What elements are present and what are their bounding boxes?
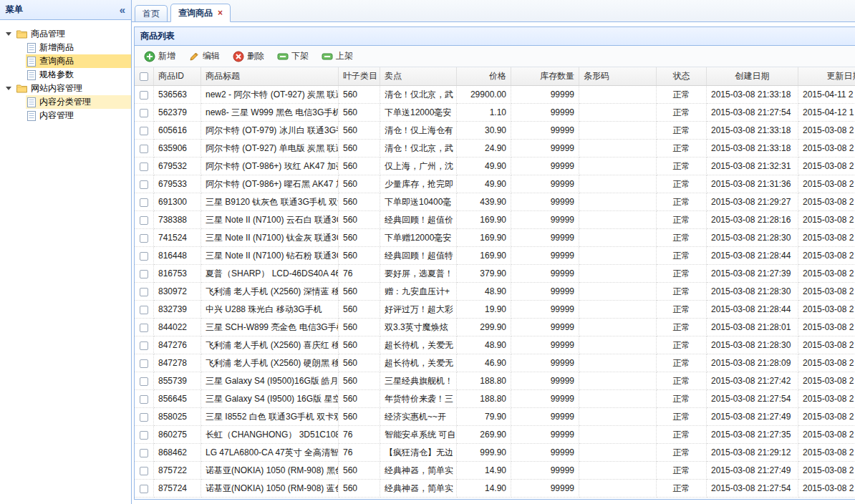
row-checkbox[interactable]	[140, 467, 148, 475]
cell-leaf: 76	[339, 426, 380, 444]
table-row[interactable]: 868462LG 47LA6800-CA 47英寸 全高清智能76【疯狂清仓】无…	[135, 444, 855, 462]
cell-sell: 超长待机，关爱无	[380, 336, 457, 354]
row-checkbox[interactable]	[140, 485, 148, 493]
cell-sell: 赠：九安血压计+	[380, 283, 457, 301]
cell-sell: 好评过万！超大彩	[380, 301, 457, 319]
tab-home[interactable]: 首页	[135, 5, 168, 21]
tab-close-icon[interactable]: ×	[218, 9, 223, 17]
table-row[interactable]: 860275长虹（CHANGHONG） 3D51C108i76智能安卓系统 可自…	[135, 426, 855, 444]
table-row[interactable]: 605616阿尔卡特 (OT-979) 冰川白 联通3G手560清仓！仅上海仓有…	[135, 122, 855, 140]
row-checkbox[interactable]	[140, 270, 148, 278]
table-row[interactable]: 635906阿尔卡特 (OT-927) 单电版 炭黑 联通560清仓！仅北京，武…	[135, 140, 855, 158]
column-header-stock[interactable]: 库存数量	[511, 67, 579, 86]
table-row[interactable]: 832739中兴 U288 珠光白 移动3G手机560好评过万！超大彩19.90…	[135, 301, 855, 319]
row-checkbox[interactable]	[140, 91, 148, 100]
table-row[interactable]: 816753夏普（SHARP） LCD-46DS40A 46英76要好屏，选夏普…	[135, 265, 855, 283]
tree-node-site-content-mgmt[interactable]: 网站内容管理	[0, 82, 131, 95]
table-row[interactable]: 858025三星 I8552 白色 联通3G手机 双卡双560经济实惠机~~开7…	[135, 408, 855, 426]
table-row[interactable]: 679533阿尔卡特 (OT-986+) 曜石黑 AK47 加560少量库存，抢…	[135, 175, 855, 193]
table-row[interactable]: 844022三星 SCH-W899 亮金色 电信3G手机560双3.3英寸魔焕炫…	[135, 319, 855, 336]
column-header-price[interactable]: 价格	[457, 67, 511, 86]
cell-price: 999.90	[457, 444, 511, 462]
row-checkbox[interactable]	[140, 341, 148, 350]
row-checkbox[interactable]	[140, 216, 148, 225]
row-checkbox[interactable]	[140, 449, 148, 457]
column-header-status[interactable]: 状态	[657, 67, 707, 86]
cell-sell: 经典神器，简单实	[380, 462, 457, 480]
row-checkbox[interactable]	[140, 198, 148, 207]
tab-query-product[interactable]: 查询商品 ×	[170, 4, 231, 22]
table-row[interactable]: 855739三星 Galaxy S4 (I9500)16G版 皓月白560三星经…	[135, 372, 855, 390]
tree-expand-icon[interactable]	[6, 32, 11, 36]
row-checkbox[interactable]	[140, 413, 148, 422]
row-checkbox[interactable]	[140, 306, 148, 314]
column-header-created[interactable]: 创建日期	[707, 67, 798, 86]
add-button[interactable]: 新增	[139, 49, 180, 64]
table-row[interactable]: 847276飞利浦 老人手机 (X2560) 喜庆红 移560超长待机，关爱无4…	[135, 336, 855, 354]
tree-node-spec-params[interactable]: 规格参数	[0, 68, 131, 82]
cell-status: 正常	[657, 175, 707, 193]
tree-node-query-product[interactable]: 查询商品	[0, 54, 131, 68]
row-checkbox[interactable]	[140, 180, 148, 189]
row-checkbox[interactable]	[140, 431, 148, 440]
table-row[interactable]: 847278飞利浦 老人手机 (X2560) 硬朗黑 移560超长待机，关爱无4…	[135, 354, 855, 372]
table-row[interactable]: 562379new8- 三星 W999 黑色 电信3G手机560下单送12000…	[135, 104, 855, 122]
table-row[interactable]: 691300三星 B9120 钛灰色 联通3G手机 双卡560下单即送10400…	[135, 193, 855, 211]
row-checkbox[interactable]	[140, 145, 148, 153]
cell-id: 875722	[154, 462, 201, 480]
tree-node-new-product[interactable]: 新增商品	[0, 41, 131, 54]
table-row[interactable]: 738388三星 Note II (N7100) 云石白 联通3G560经典回顾…	[135, 211, 855, 229]
tree-node-product-mgmt[interactable]: 商品管理	[0, 27, 131, 41]
cell-stock: 99999	[511, 301, 579, 319]
cell-stock: 99999	[511, 193, 579, 211]
cell-leaf: 560	[339, 283, 380, 301]
put-online-button[interactable]: 上架	[317, 49, 358, 64]
cell-id: 691300	[154, 193, 201, 211]
table-row[interactable]: 856645三星 Galaxy S4 (I9500) 16G版 星空黑560年货…	[135, 390, 855, 408]
cell-barcode	[579, 122, 657, 140]
table-row[interactable]: 679532阿尔卡特 (OT-986+) 玫红 AK47 加强560仅上海，广州…	[135, 158, 855, 175]
select-all-header[interactable]	[135, 67, 154, 86]
cell-created: 2015-03-08 21:31:36	[707, 175, 798, 193]
table-row[interactable]: 830972飞利浦 老人手机 (X2560) 深情蓝 移560赠：九安血压计+4…	[135, 283, 855, 301]
row-checkbox[interactable]	[140, 288, 148, 296]
tree-expand-icon[interactable]	[6, 87, 11, 90]
table-row[interactable]: 741524三星 Note II (N7100) 钛金灰 联通3G560下单赠1…	[135, 229, 855, 247]
take-offline-button[interactable]: 下架	[272, 49, 314, 64]
tree-node-label: 规格参数	[39, 69, 74, 81]
collapse-sidebar-icon[interactable]: «	[120, 4, 125, 15]
column-header-updated[interactable]: 更新日期	[798, 67, 855, 86]
edit-button[interactable]: 编辑	[183, 49, 225, 64]
column-header-id[interactable]: 商品ID	[154, 67, 201, 86]
table-row[interactable]: 875724诺基亚(NOKIA) 1050 (RM-908) 蓝色560经典神器…	[135, 480, 855, 498]
row-checkbox[interactable]	[140, 359, 148, 368]
select-all-checkbox[interactable]	[140, 72, 148, 81]
column-header-barcode[interactable]: 条形码	[579, 67, 657, 86]
delete-button[interactable]: 删除	[228, 49, 269, 64]
tree-node-content-category-mgmt[interactable]: 内容分类管理	[0, 95, 131, 109]
tree-node-content-mgmt[interactable]: 内容管理	[0, 109, 131, 122]
row-checkbox[interactable]	[140, 252, 148, 261]
column-header-title[interactable]: 商品标题	[201, 67, 339, 86]
delete-icon	[233, 51, 244, 62]
cell-updated: 2015-03-08 2	[798, 265, 855, 283]
cell-sell: 仅上海，广州，沈	[380, 158, 457, 175]
cell-updated: 2015-03-08 2	[798, 444, 855, 462]
table-row[interactable]: 536563new2 - 阿尔卡特 (OT-927) 炭黑 联通3560清仓！仅…	[135, 86, 855, 104]
cell-price: 1.10	[457, 104, 511, 122]
cell-created: 2015-03-08 21:27:42	[707, 372, 798, 390]
column-header-leaf[interactable]: 叶子类目	[339, 67, 380, 86]
row-checkbox[interactable]	[140, 377, 148, 386]
table-row[interactable]: 875722诺基亚(NOKIA) 1050 (RM-908) 黑色560经典神器…	[135, 462, 855, 480]
cell-stock: 99999	[511, 86, 579, 104]
row-checkbox[interactable]	[140, 109, 148, 117]
row-checkbox[interactable]	[140, 127, 148, 135]
row-checkbox[interactable]	[140, 395, 148, 404]
cell-updated: 2015-03-08 2	[798, 158, 855, 175]
column-header-sell[interactable]: 卖点	[380, 67, 457, 86]
row-checkbox[interactable]	[140, 234, 148, 243]
row-checkbox[interactable]	[140, 324, 148, 332]
row-checkbox[interactable]	[140, 163, 148, 171]
table-row[interactable]: 816448三星 Note II (N7100) 钻石粉 联通3G560经典回顾…	[135, 247, 855, 265]
cell-updated: 2015-03-08 2	[798, 426, 855, 444]
